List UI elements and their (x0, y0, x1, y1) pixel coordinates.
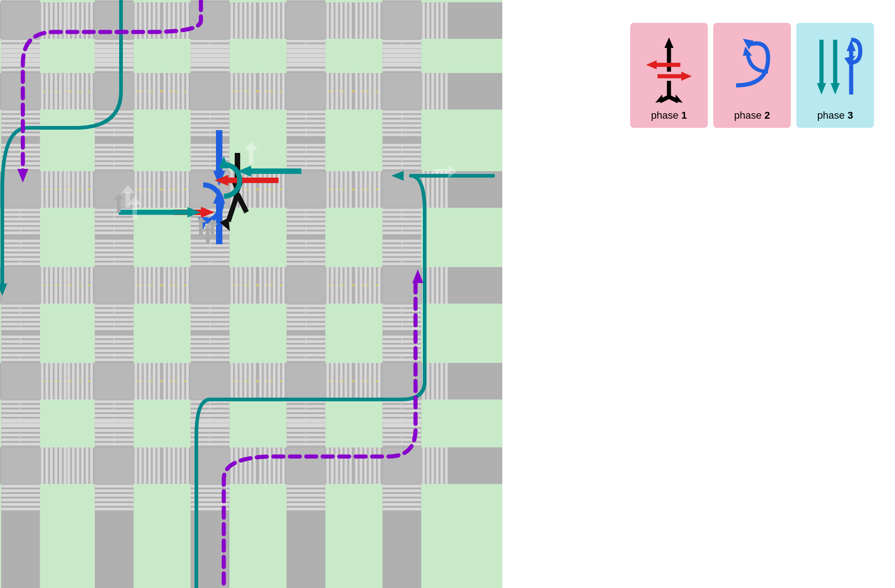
map-area (0, 0, 502, 588)
phase2-icon-area (722, 27, 782, 107)
phase1-icon-area (639, 27, 699, 107)
legend-panel: phase 1 phase 2 (630, 23, 874, 128)
svg-marker-16 (831, 83, 840, 94)
svg-marker-5 (681, 72, 692, 81)
phase3-svg (806, 31, 865, 104)
svg-marker-14 (817, 83, 826, 94)
phase1-label: phase 1 (651, 110, 687, 121)
map-canvas (0, 0, 502, 588)
legend-phase3: phase 3 (796, 23, 874, 128)
phase1-svg (639, 31, 699, 104)
legend-phase1: phase 1 (630, 23, 708, 128)
legend-phase2: phase 2 (713, 23, 791, 128)
svg-marker-9 (655, 94, 663, 103)
phase3-icon-area (806, 27, 865, 107)
phase2-svg (722, 31, 782, 104)
phase2-label: phase 2 (734, 110, 770, 121)
svg-marker-12 (743, 47, 752, 56)
svg-marker-10 (675, 94, 683, 103)
svg-marker-3 (646, 60, 657, 69)
phase3-label: phase 3 (817, 110, 853, 121)
svg-marker-1 (664, 37, 674, 48)
